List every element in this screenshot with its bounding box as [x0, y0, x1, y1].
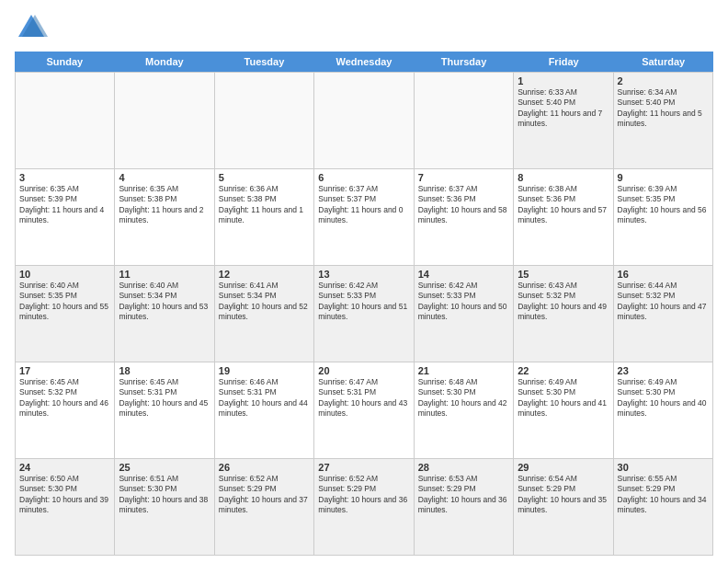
day-info: Sunrise: 6:48 AM Sunset: 5:30 PM Dayligh…	[418, 377, 509, 419]
calendar-cell: 23Sunrise: 6:49 AM Sunset: 5:30 PM Dayli…	[614, 362, 713, 458]
calendar-cell: 9Sunrise: 6:39 AM Sunset: 5:35 PM Daylig…	[614, 169, 713, 265]
calendar-cell: 29Sunrise: 6:54 AM Sunset: 5:29 PM Dayli…	[514, 459, 613, 555]
calendar-cell: 26Sunrise: 6:52 AM Sunset: 5:29 PM Dayli…	[215, 459, 314, 555]
day-info: Sunrise: 6:54 AM Sunset: 5:29 PM Dayligh…	[518, 474, 609, 516]
calendar-row: 3Sunrise: 6:35 AM Sunset: 5:39 PM Daylig…	[16, 169, 713, 266]
weekday-header: Thursday	[414, 52, 514, 72]
calendar-cell: 28Sunrise: 6:53 AM Sunset: 5:29 PM Dayli…	[415, 459, 514, 555]
calendar-cell: 24Sunrise: 6:50 AM Sunset: 5:30 PM Dayli…	[16, 459, 115, 555]
day-number: 21	[418, 365, 509, 376]
day-number: 4	[119, 172, 210, 183]
calendar-row: 24Sunrise: 6:50 AM Sunset: 5:30 PM Dayli…	[16, 459, 713, 556]
calendar-cell	[115, 73, 214, 168]
day-info: Sunrise: 6:52 AM Sunset: 5:29 PM Dayligh…	[219, 474, 310, 516]
calendar-cell: 12Sunrise: 6:41 AM Sunset: 5:34 PM Dayli…	[215, 266, 314, 362]
calendar-cell: 2Sunrise: 6:34 AM Sunset: 5:40 PM Daylig…	[614, 73, 713, 168]
calendar-cell	[314, 73, 414, 168]
weekday-header: Sunday	[15, 52, 115, 72]
day-info: Sunrise: 6:35 AM Sunset: 5:38 PM Dayligh…	[119, 184, 210, 226]
calendar-row: 1Sunrise: 6:33 AM Sunset: 5:40 PM Daylig…	[16, 73, 713, 169]
day-number: 12	[219, 269, 310, 280]
day-number: 7	[418, 172, 509, 183]
calendar-cell: 27Sunrise: 6:52 AM Sunset: 5:29 PM Dayli…	[314, 459, 414, 555]
day-info: Sunrise: 6:35 AM Sunset: 5:39 PM Dayligh…	[19, 184, 110, 226]
weekday-header: Monday	[115, 52, 215, 72]
calendar-cell	[215, 73, 314, 168]
day-info: Sunrise: 6:45 AM Sunset: 5:32 PM Dayligh…	[19, 377, 110, 419]
weekday-header: Friday	[514, 52, 614, 72]
calendar-cell: 1Sunrise: 6:33 AM Sunset: 5:40 PM Daylig…	[514, 73, 613, 168]
day-number: 3	[19, 172, 110, 183]
day-number: 23	[618, 365, 709, 376]
day-number: 10	[19, 269, 110, 280]
day-info: Sunrise: 6:52 AM Sunset: 5:29 PM Dayligh…	[318, 474, 409, 516]
day-info: Sunrise: 6:46 AM Sunset: 5:31 PM Dayligh…	[219, 377, 310, 419]
calendar-cell: 16Sunrise: 6:44 AM Sunset: 5:32 PM Dayli…	[614, 266, 713, 362]
day-number: 18	[119, 365, 210, 376]
header	[15, 11, 713, 44]
day-info: Sunrise: 6:55 AM Sunset: 5:29 PM Dayligh…	[618, 474, 709, 516]
calendar-cell: 22Sunrise: 6:49 AM Sunset: 5:30 PM Dayli…	[514, 362, 613, 458]
day-number: 28	[418, 462, 509, 473]
day-info: Sunrise: 6:47 AM Sunset: 5:31 PM Dayligh…	[318, 377, 409, 419]
day-number: 8	[518, 172, 609, 183]
day-info: Sunrise: 6:51 AM Sunset: 5:30 PM Dayligh…	[119, 474, 210, 516]
day-info: Sunrise: 6:39 AM Sunset: 5:35 PM Dayligh…	[618, 184, 709, 226]
day-number: 11	[119, 269, 210, 280]
day-info: Sunrise: 6:45 AM Sunset: 5:31 PM Dayligh…	[119, 377, 210, 419]
calendar-cell: 25Sunrise: 6:51 AM Sunset: 5:30 PM Dayli…	[115, 459, 214, 555]
day-info: Sunrise: 6:49 AM Sunset: 5:30 PM Dayligh…	[618, 377, 709, 419]
day-number: 17	[19, 365, 110, 376]
calendar-cell: 20Sunrise: 6:47 AM Sunset: 5:31 PM Dayli…	[314, 362, 414, 458]
calendar-cell: 11Sunrise: 6:40 AM Sunset: 5:34 PM Dayli…	[115, 266, 214, 362]
day-number: 2	[618, 75, 709, 86]
calendar-row: 17Sunrise: 6:45 AM Sunset: 5:32 PM Dayli…	[16, 362, 713, 459]
calendar-cell: 17Sunrise: 6:45 AM Sunset: 5:32 PM Dayli…	[16, 362, 115, 458]
calendar-cell: 10Sunrise: 6:40 AM Sunset: 5:35 PM Dayli…	[16, 266, 115, 362]
calendar-cell: 18Sunrise: 6:45 AM Sunset: 5:31 PM Dayli…	[115, 362, 214, 458]
logo	[15, 11, 51, 44]
calendar-header: SundayMondayTuesdayWednesdayThursdayFrid…	[15, 52, 713, 72]
day-number: 16	[618, 269, 709, 280]
day-info: Sunrise: 6:34 AM Sunset: 5:40 PM Dayligh…	[618, 87, 709, 130]
calendar-cell: 6Sunrise: 6:37 AM Sunset: 5:37 PM Daylig…	[314, 169, 414, 265]
day-number: 14	[418, 269, 509, 280]
day-number: 25	[119, 462, 210, 473]
day-number: 1	[518, 75, 609, 86]
calendar-cell: 30Sunrise: 6:55 AM Sunset: 5:29 PM Dayli…	[614, 459, 713, 555]
day-number: 9	[618, 172, 709, 183]
day-info: Sunrise: 6:41 AM Sunset: 5:34 PM Dayligh…	[219, 281, 310, 323]
day-number: 6	[318, 172, 409, 183]
logo-icon	[15, 11, 48, 44]
day-number: 5	[219, 172, 310, 183]
calendar-cell: 7Sunrise: 6:37 AM Sunset: 5:36 PM Daylig…	[415, 169, 514, 265]
weekday-header: Tuesday	[214, 52, 314, 72]
day-info: Sunrise: 6:53 AM Sunset: 5:29 PM Dayligh…	[418, 474, 509, 516]
page: SundayMondayTuesdayWednesdayThursdayFrid…	[0, 0, 728, 563]
calendar-body: 1Sunrise: 6:33 AM Sunset: 5:40 PM Daylig…	[15, 72, 713, 556]
day-number: 15	[518, 269, 609, 280]
calendar-cell: 14Sunrise: 6:42 AM Sunset: 5:33 PM Dayli…	[415, 266, 514, 362]
calendar-cell	[415, 73, 514, 168]
day-number: 30	[618, 462, 709, 473]
calendar-cell: 4Sunrise: 6:35 AM Sunset: 5:38 PM Daylig…	[115, 169, 214, 265]
calendar-cell: 19Sunrise: 6:46 AM Sunset: 5:31 PM Dayli…	[215, 362, 314, 458]
day-number: 19	[219, 365, 310, 376]
weekday-header: Saturday	[613, 52, 713, 72]
calendar-cell: 3Sunrise: 6:35 AM Sunset: 5:39 PM Daylig…	[16, 169, 115, 265]
day-info: Sunrise: 6:36 AM Sunset: 5:38 PM Dayligh…	[219, 184, 310, 226]
day-number: 13	[318, 269, 409, 280]
calendar: SundayMondayTuesdayWednesdayThursdayFrid…	[15, 52, 713, 556]
day-number: 27	[318, 462, 409, 473]
day-info: Sunrise: 6:42 AM Sunset: 5:33 PM Dayligh…	[418, 281, 509, 323]
day-info: Sunrise: 6:37 AM Sunset: 5:36 PM Dayligh…	[418, 184, 509, 226]
day-info: Sunrise: 6:50 AM Sunset: 5:30 PM Dayligh…	[19, 474, 110, 516]
weekday-header: Wednesday	[314, 52, 415, 72]
day-info: Sunrise: 6:33 AM Sunset: 5:40 PM Dayligh…	[518, 87, 609, 130]
day-info: Sunrise: 6:42 AM Sunset: 5:33 PM Dayligh…	[318, 281, 409, 323]
calendar-cell	[16, 73, 115, 168]
calendar-cell: 8Sunrise: 6:38 AM Sunset: 5:36 PM Daylig…	[514, 169, 613, 265]
day-info: Sunrise: 6:49 AM Sunset: 5:30 PM Dayligh…	[518, 377, 609, 419]
day-number: 24	[19, 462, 110, 473]
day-number: 20	[318, 365, 409, 376]
